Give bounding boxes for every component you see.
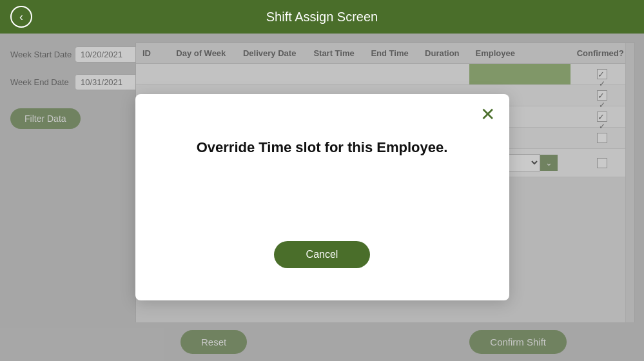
modal-dialog: ✕ Override Time slot for this Employee. …: [135, 94, 509, 300]
modal-message: Override Time slot for this Employee.: [197, 139, 448, 156]
header: ‹ Shift Assign Screen: [0, 0, 644, 34]
page-title: Shift Assign Screen: [266, 10, 378, 24]
back-icon: ‹: [19, 10, 23, 24]
modal-close-button[interactable]: ✕: [480, 106, 495, 124]
main-area: Week Start Date Week End Date Filter Dat…: [0, 34, 644, 361]
modal-overlay: ✕ Override Time slot for this Employee. …: [0, 34, 644, 361]
back-button[interactable]: ‹: [10, 6, 32, 28]
modal-cancel-button[interactable]: Cancel: [274, 241, 371, 268]
